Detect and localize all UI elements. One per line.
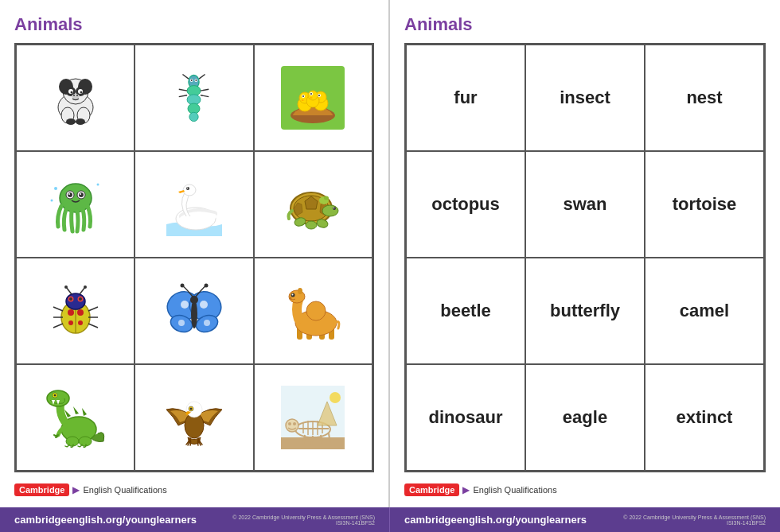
bottom-url-right: cambridgeenglish.org/younglearners: [404, 514, 587, 526]
octopus-image: [32, 165, 119, 244]
bottom-left: cambridgeenglish.org/younglearners © 202…: [0, 507, 390, 532]
word-cell-beetle: beetle: [406, 258, 525, 364]
word-grid: fur insect nest octopus swan tortoise be…: [404, 43, 766, 472]
svg-point-80: [68, 320, 73, 325]
svg-point-90: [84, 285, 87, 289]
word-cell-octopus: octopus: [406, 151, 525, 258]
word-cell-eagle: eagle: [525, 364, 645, 471]
svg-point-114: [306, 301, 326, 320]
svg-point-23: [196, 80, 197, 81]
octopus-svg: [44, 173, 107, 236]
svg-point-68: [322, 205, 338, 216]
svg-point-8: [70, 91, 72, 94]
svg-point-102: [200, 301, 208, 309]
word-camel: camel: [680, 301, 729, 321]
svg-point-105: [191, 300, 197, 328]
word-nest: nest: [686, 87, 722, 108]
svg-line-31: [201, 95, 209, 96]
word-cell-insect: insect: [525, 45, 645, 151]
word-cell-dinosaur: dinosaur: [406, 364, 525, 471]
grid-cell-extinct: [254, 364, 372, 471]
grid-cell-camel: [254, 258, 372, 364]
tortoise-svg: [281, 173, 345, 236]
word-cell-tortoise: tortoise: [645, 151, 764, 258]
svg-point-10: [72, 94, 80, 99]
svg-point-47: [310, 93, 312, 95]
beetle-svg: [44, 279, 107, 343]
svg-point-52: [68, 192, 72, 197]
svg-point-152: [330, 392, 341, 403]
chevron-icon-right: ▶: [462, 484, 470, 495]
svg-point-56: [54, 187, 57, 190]
svg-point-82: [66, 293, 85, 309]
svg-point-85: [69, 297, 72, 301]
svg-marker-122: [73, 406, 79, 414]
svg-point-53: [79, 192, 84, 197]
svg-point-115: [289, 290, 305, 303]
svg-line-30: [201, 89, 209, 91]
svg-point-37: [302, 95, 304, 97]
word-fur: fur: [454, 87, 477, 108]
panda-image: [32, 58, 119, 138]
left-panel: Animals: [0, 0, 390, 507]
cambridge-badge-right: Cambridge: [404, 483, 459, 496]
cambridge-badge-left: Cambridge: [14, 483, 69, 496]
nest-image: [269, 58, 357, 138]
camel-image: [269, 271, 357, 351]
word-cell-butterfly: butterfly: [525, 258, 645, 364]
word-insect: insect: [560, 87, 610, 108]
word-octopus: octopus: [431, 194, 500, 215]
svg-line-18: [183, 74, 189, 79]
svg-point-15: [66, 118, 76, 125]
svg-point-81: [78, 320, 83, 325]
grid-cell-swan: [135, 151, 253, 258]
larva-svg: [164, 68, 224, 128]
dinosaur-image: [32, 378, 119, 457]
bottom-bar: cambridgeenglish.org/younglearners © 202…: [0, 507, 780, 532]
svg-point-62: [187, 188, 189, 189]
english-qual-left: English Qualifications: [83, 485, 166, 495]
svg-point-126: [53, 394, 56, 397]
svg-line-19: [200, 74, 206, 79]
svg-point-101: [181, 301, 189, 309]
word-dinosaur: dinosaur: [429, 407, 503, 428]
svg-marker-123: [82, 408, 87, 416]
word-cell-swan: swan: [525, 151, 645, 258]
svg-point-145: [288, 422, 291, 425]
svg-point-129: [66, 437, 79, 446]
svg-point-58: [50, 200, 53, 202]
grid-cell-dinosaur: [16, 364, 135, 471]
grid-cell-nest: [254, 45, 372, 151]
word-extinct: extinct: [677, 407, 733, 428]
word-cell-fur: fur: [406, 45, 525, 151]
eagle-svg: [162, 386, 226, 449]
svg-point-89: [64, 285, 68, 289]
left-title: Animals: [14, 14, 374, 35]
svg-point-146: [293, 422, 296, 425]
svg-point-108: [204, 284, 208, 288]
word-beetle: beetle: [440, 301, 491, 321]
svg-point-117: [292, 294, 294, 296]
word-swan: swan: [563, 194, 606, 215]
svg-point-12: [76, 95, 78, 96]
extinct-image: [269, 378, 357, 457]
svg-point-11: [73, 95, 75, 96]
svg-line-29: [179, 95, 187, 96]
dinosaur-svg: [44, 386, 107, 449]
word-cell-camel: camel: [645, 258, 764, 364]
svg-point-55: [80, 193, 81, 195]
svg-point-57: [96, 184, 99, 186]
bottom-right: cambridgeenglish.org/younglearners © 202…: [390, 507, 780, 532]
bottom-copyright-right: © 2022 Cambridge University Press & Asse…: [606, 515, 766, 526]
svg-line-93: [53, 324, 63, 328]
word-tortoise: tortoise: [673, 194, 737, 215]
extinct-svg: [281, 386, 345, 449]
nest-svg: [281, 66, 345, 130]
grid-cell-butterfly: [135, 258, 253, 364]
svg-point-42: [318, 95, 320, 96]
grid-cell-eagle: [135, 364, 253, 471]
chevron-icon-left: ▶: [72, 484, 80, 495]
svg-point-60: [183, 184, 196, 196]
svg-point-78: [68, 309, 74, 316]
butterfly-image: [150, 271, 238, 351]
